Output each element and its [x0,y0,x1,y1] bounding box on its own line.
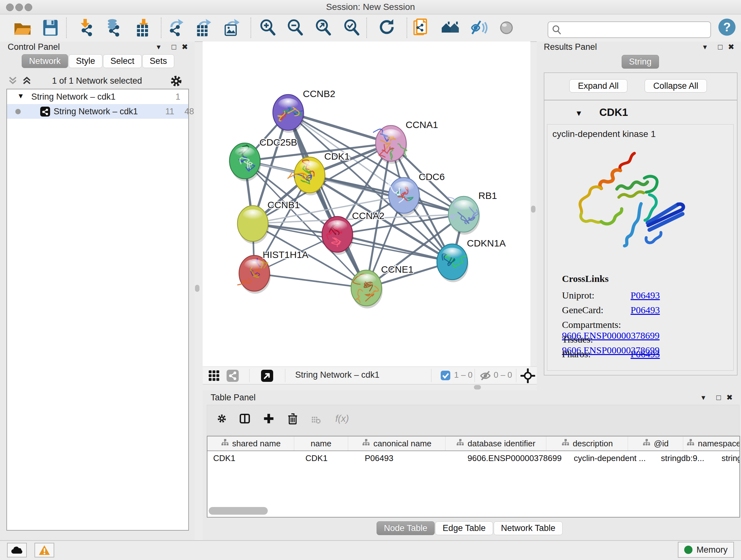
crosslink-link[interactable]: P06493 [630,305,660,315]
zoom-out-icon[interactable] [286,18,305,37]
toolbar-separator [366,17,367,38]
column-header-namespace[interactable]: namespace [683,436,740,450]
main-toolbar: ? [0,14,741,42]
crosslink-link[interactable]: P06493 [630,290,660,300]
network-canvas[interactable]: CCNB2CCNA1CDC25BCDK1CDC6RB1CCNB1CCNA2CDK… [203,42,530,367]
network-edge[interactable] [288,112,366,288]
crosslink-row: GeneCard:P06493 [562,305,728,319]
results-panel-close-icon[interactable]: ✖ [726,42,737,52]
gene-symbol: CDK1 [599,106,628,118]
network-row[interactable]: String Network – cdk1 11 48 [7,104,188,119]
help-button[interactable]: ? [718,17,737,37]
zoom-fit-icon[interactable] [314,18,333,37]
table-cell[interactable]: P06493 [359,451,462,465]
tab-string[interactable]: String [622,55,659,69]
add-column-icon[interactable] [263,413,278,430]
open-session-icon[interactable] [13,18,32,37]
hide-glasses-icon[interactable] [469,18,488,37]
column-type-icon [561,438,569,449]
table-cell[interactable]: CDK1 [300,451,359,465]
import-database-icon[interactable] [104,18,123,37]
export-table-icon[interactable] [193,18,212,37]
expand-all-button[interactable]: Expand All [569,79,627,92]
warnings-button[interactable] [35,543,54,557]
tab-network[interactable]: Network [22,54,68,68]
function-builder-icon[interactable]: f(x) [335,413,349,430]
horizontal-splitter-handle[interactable] [474,385,481,389]
search-input[interactable] [565,23,706,36]
duplicate-network-icon[interactable] [412,18,431,37]
refresh-layout-icon[interactable] [378,18,397,37]
table-row[interactable]: CDK1CDK1P064939606.ENSP00000378699cyclin… [207,451,739,465]
import-table-icon[interactable] [133,18,152,37]
warning-icon [38,545,51,556]
selected-nodes-checkbox-icon[interactable] [440,370,451,383]
table-settings-icon[interactable] [216,413,231,430]
results-panel-collapse-icon[interactable]: ▾ [699,42,711,52]
preview-sphere-icon[interactable] [497,18,516,37]
delete-column-icon[interactable] [287,413,301,430]
results-panel-float-icon[interactable]: □ [715,42,726,52]
network-edge[interactable] [254,273,366,288]
table-cell[interactable]: stringdb [716,451,740,465]
tab-node-table[interactable]: Node Table [377,521,434,535]
tab-select[interactable]: Select [103,54,142,68]
gene-expander-icon[interactable]: ▼ [575,109,583,118]
network-node-CDC6[interactable]: CDC6 [386,172,445,216]
column-header-shared-name[interactable]: shared name [207,436,294,450]
control-panel-close-icon[interactable]: ✖ [179,42,190,52]
import-network-icon[interactable] [77,18,96,37]
tab-network-table[interactable]: Network Table [494,521,563,535]
cloud-button[interactable] [7,543,27,557]
collapse-all-networks-icon[interactable] [7,75,18,88]
fit-content-crosshair-icon[interactable] [521,368,535,385]
control-panel-collapse-icon[interactable]: ▾ [153,42,164,52]
left-splitter-handle[interactable] [195,285,199,292]
home-icon[interactable] [441,18,460,37]
grid-view-icon[interactable] [208,369,220,384]
tab-edge-table[interactable]: Edge Table [435,521,493,535]
table-tabs: Node TableEdge TableNetwork Table [377,521,563,535]
columns-icon[interactable] [239,413,254,430]
column-header-canonical-name[interactable]: canonical name [348,436,446,450]
network-node-CDKN1A[interactable]: CDKN1A [437,238,506,282]
zoom-in-icon[interactable] [259,18,278,37]
expand-all-networks-icon[interactable] [21,75,32,88]
network-share-view-icon[interactable] [226,369,239,384]
table-cell[interactable]: cyclin-dependent ... [568,451,655,465]
collection-expander-icon[interactable]: ▼ [17,89,24,104]
table-panel-collapse-icon[interactable]: ▾ [698,392,709,403]
toolbar-separator [407,17,407,38]
export-network-icon[interactable] [165,18,185,37]
table-panel-close-icon[interactable]: ✖ [724,392,735,403]
column-header-name[interactable]: name [294,436,348,450]
right-splitter-handle[interactable] [531,206,536,212]
table-hscrollbar-thumb[interactable] [209,507,268,515]
node-label-RB1: RB1 [478,190,497,201]
network-node-RB1[interactable]: RB1 [448,190,497,235]
tab-sets[interactable]: Sets [142,54,174,68]
network-collection-row[interactable]: ▼ String Network – cdk1 1 [7,89,188,104]
table-panel-float-icon[interactable]: □ [713,392,724,403]
table-cell[interactable]: CDK1 [207,451,300,465]
clear-table-icon[interactable] [310,413,325,430]
control-panel-float-icon[interactable]: □ [169,42,179,52]
results-panel: Results Panel ▾ □ ✖ String Expand All Co… [537,42,741,390]
column-header--id[interactable]: @id [628,436,683,450]
network-options-gear-icon[interactable] [169,74,183,90]
zoom-selected-icon[interactable] [342,18,361,37]
network-node-CCNE1[interactable]: CCNE1 [351,264,414,308]
column-header-database-identifier[interactable]: database identifier [446,436,546,450]
birdseye-view-icon[interactable] [261,369,273,384]
column-header-description[interactable]: description [546,436,628,450]
tab-style[interactable]: Style [69,54,103,68]
save-session-icon[interactable] [41,18,60,37]
table-cell[interactable]: 9606.ENSP00000378699 [462,451,568,465]
network-node-HIST1H1A[interactable]: HIST1H1A [238,249,309,294]
crosslink-link[interactable]: P06493 [630,349,660,359]
export-image-icon[interactable] [222,18,241,37]
memory-button[interactable]: Memory [678,542,734,558]
table-cell[interactable]: stringdb:9... [655,451,716,465]
crosslink-row: Pharos:P06493 [562,349,728,363]
collapse-all-button[interactable]: Collapse All [645,79,707,92]
